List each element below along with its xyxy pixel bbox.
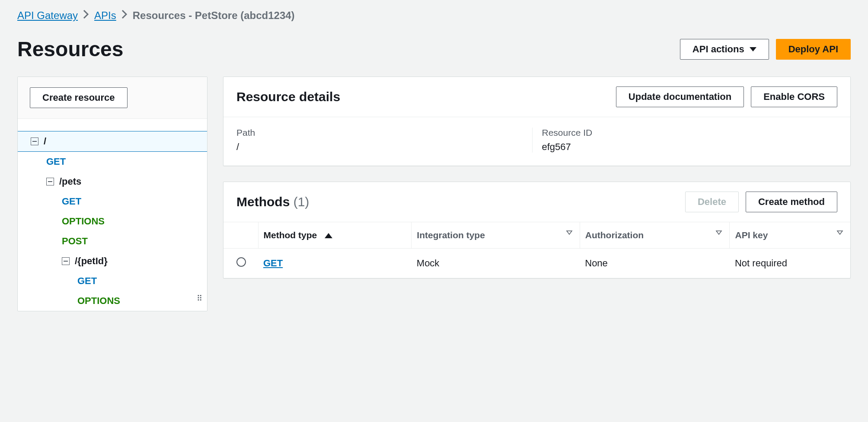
resource-tree: / GET /pets GET OPTIONS POST — [18, 119, 207, 311]
resource-tree-sidebar: Create resource / GET /pets GET O — [17, 77, 207, 311]
th-authorization[interactable]: Authorization — [580, 222, 730, 249]
resource-details-title: Resource details — [236, 90, 340, 104]
method-label: OPTIONS — [77, 295, 120, 307]
enable-cors-button[interactable]: Enable CORS — [751, 86, 837, 107]
kv-label: Path — [236, 128, 532, 138]
table-row[interactable]: GET Mock None Not required — [223, 249, 850, 278]
kv-value: efg567 — [542, 141, 838, 153]
method-label: GET — [77, 275, 97, 287]
collapse-icon[interactable] — [31, 137, 38, 145]
chevron-right-icon — [121, 10, 128, 22]
collapse-icon[interactable] — [62, 257, 70, 265]
tree-label: / — [44, 136, 46, 147]
breadcrumb-current: Resources - PetStore (abcd1234) — [133, 10, 295, 22]
breadcrumb: API Gateway APIs Resources - PetStore (a… — [17, 0, 851, 37]
sort-asc-icon — [325, 233, 332, 238]
caret-down-icon — [750, 47, 756, 51]
method-link[interactable]: GET — [263, 258, 283, 269]
th-select — [223, 222, 258, 249]
resize-handle-icon[interactable]: ⠿ — [197, 294, 203, 303]
kv-value: / — [236, 141, 532, 153]
page-header: Resources API actions Deploy API — [17, 37, 851, 61]
methods-panel: Methods (1) Delete Create method Method … — [223, 182, 851, 278]
method-label: GET — [62, 196, 81, 207]
th-integration-type[interactable]: Integration type — [412, 222, 580, 249]
method-label: GET — [46, 156, 66, 167]
tree-row-method[interactable]: OPTIONS — [18, 291, 207, 311]
method-label: POST — [62, 236, 88, 247]
breadcrumb-link-api-gateway[interactable]: API Gateway — [17, 10, 78, 22]
tree-label: /pets — [59, 176, 81, 187]
cell-authorization: None — [580, 249, 730, 278]
cell-integration: Mock — [412, 249, 580, 278]
tree-row-method[interactable]: GET — [18, 152, 207, 172]
create-method-button[interactable]: Create method — [746, 192, 837, 212]
tree-row-method[interactable]: OPTIONS — [18, 211, 207, 231]
tree-row-method[interactable]: GET — [18, 192, 207, 211]
kv-resource-id: Resource ID efg567 — [532, 128, 838, 153]
sort-icon — [836, 230, 842, 236]
page-title: Resources — [17, 37, 123, 61]
tree-label: /{petId} — [75, 256, 108, 267]
chevron-right-icon — [83, 10, 89, 22]
api-actions-button[interactable]: API actions — [680, 39, 769, 60]
sort-icon — [566, 230, 572, 236]
deploy-api-button[interactable]: Deploy API — [776, 39, 851, 60]
th-method-type[interactable]: Method type — [258, 222, 412, 249]
tree-row-root[interactable]: / — [18, 131, 207, 152]
kv-label: Resource ID — [542, 128, 838, 138]
tree-row-pets[interactable]: /pets — [18, 172, 207, 192]
method-label: OPTIONS — [62, 216, 105, 227]
th-api-key[interactable]: API key — [730, 222, 850, 249]
breadcrumb-link-apis[interactable]: APIs — [94, 10, 116, 22]
resource-details-panel: Resource details Update documentation En… — [223, 77, 851, 166]
update-documentation-button[interactable]: Update documentation — [616, 86, 744, 107]
delete-method-button[interactable]: Delete — [685, 192, 739, 212]
methods-table: Method type Integration type Authoriza — [223, 222, 850, 278]
tree-row-method[interactable]: POST — [18, 231, 207, 251]
cell-api-key: Not required — [730, 249, 850, 278]
api-actions-label: API actions — [692, 44, 744, 55]
tree-row-method[interactable]: GET — [18, 271, 207, 291]
create-resource-button[interactable]: Create resource — [30, 87, 128, 108]
radio-select[interactable] — [236, 257, 246, 267]
sort-icon — [715, 230, 721, 236]
collapse-icon[interactable] — [46, 178, 54, 185]
kv-path: Path / — [236, 128, 532, 153]
methods-count: (1) — [294, 195, 310, 209]
tree-row-petid[interactable]: /{petId} — [18, 251, 207, 271]
methods-title: Methods (1) — [236, 195, 309, 209]
